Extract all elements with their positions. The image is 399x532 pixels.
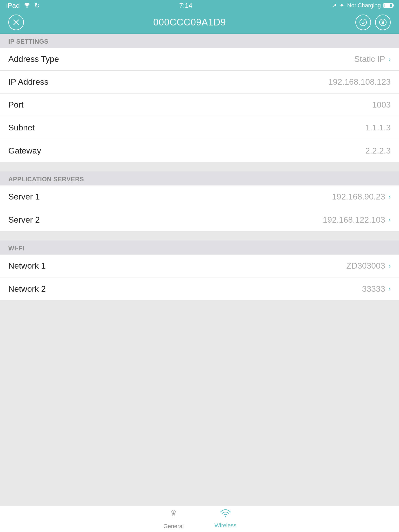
ip-settings-header: IP SETTINGS <box>0 34 399 48</box>
network-1-label: Network 1 <box>8 261 46 271</box>
subnet-label: Subnet <box>8 123 35 132</box>
server-2-row[interactable]: Server 2 192.168.122.103 › <box>0 208 399 231</box>
battery-icon <box>383 3 393 8</box>
close-button[interactable] <box>8 15 24 30</box>
tab-wireless[interactable]: Wireless <box>200 506 251 532</box>
network-2-value: 33333 › <box>362 284 391 294</box>
tab-bar: i General Wireless <box>0 506 399 532</box>
ip-settings-group: Address Type Static IP › IP Address 192.… <box>0 48 399 162</box>
general-tab-label: General <box>163 523 184 530</box>
wifi-status-icon <box>23 2 31 10</box>
ip-address-value: 192.168.108.123 <box>328 77 391 87</box>
port-row: Port 1003 <box>0 94 399 116</box>
device-label: iPad <box>6 2 20 10</box>
wifi-group: Network 1 ZD303003 › Network 2 33333 › <box>0 255 399 300</box>
network-2-chevron: › <box>388 285 391 293</box>
wifi-header: WI-FI <box>0 241 399 255</box>
gap-2 <box>0 231 399 241</box>
port-label: Port <box>8 100 24 110</box>
server-1-label: Server 1 <box>8 192 40 202</box>
subnet-value: 1.1.1.3 <box>365 123 391 132</box>
status-left: iPad ↻ <box>6 2 40 10</box>
svg-text:i: i <box>173 510 174 514</box>
tab-general[interactable]: i General <box>148 506 200 532</box>
location-icon: ↗ <box>331 2 337 9</box>
server-2-chevron: › <box>388 216 391 224</box>
server-2-value: 192.168.122.103 › <box>323 215 391 225</box>
main-content: IP SETTINGS Address Type Static IP › IP … <box>0 34 399 532</box>
server-1-value: 192.168.90.23 › <box>332 192 391 202</box>
server-1-row[interactable]: Server 1 192.168.90.23 › <box>0 185 399 208</box>
nav-actions <box>355 15 391 30</box>
gateway-value: 2.2.2.3 <box>365 146 391 156</box>
subnet-row: Subnet 1.1.1.3 <box>0 116 399 139</box>
address-type-chevron: › <box>388 55 391 63</box>
gateway-label: Gateway <box>8 146 41 156</box>
ip-address-label: IP Address <box>8 77 48 87</box>
general-tab-icon: i <box>169 509 178 521</box>
network-2-row[interactable]: Network 2 33333 › <box>0 277 399 300</box>
status-bar: iPad ↻ 7:14 ↗ ✦ Not Charging <box>0 0 399 11</box>
network-2-label: Network 2 <box>8 284 46 294</box>
server-2-label: Server 2 <box>8 215 40 225</box>
address-type-label: Address Type <box>8 54 59 64</box>
nav-bar: 000CCC09A1D9 <box>0 11 399 34</box>
wrench-button[interactable] <box>375 15 391 30</box>
svg-point-9 <box>225 516 226 517</box>
status-time: 7:14 <box>179 2 192 10</box>
port-value: 1003 <box>372 100 391 110</box>
gateway-row: Gateway 2.2.2.3 <box>0 139 399 162</box>
ip-address-row: IP Address 192.168.108.123 <box>0 71 399 94</box>
gap-1 <box>0 162 399 171</box>
wireless-tab-label: Wireless <box>215 522 236 529</box>
network-1-value: ZD303003 › <box>346 261 391 271</box>
wireless-tab-icon <box>220 509 231 521</box>
nav-title: 000CCC09A1D9 <box>153 17 226 28</box>
refresh-icon: ↻ <box>34 2 40 10</box>
network-1-chevron: › <box>388 262 391 270</box>
server-1-chevron: › <box>388 193 391 201</box>
app-servers-header: APPLICATION SERVERS <box>0 171 399 185</box>
network-1-row[interactable]: Network 1 ZD303003 › <box>0 255 399 277</box>
svg-point-0 <box>26 6 28 8</box>
address-type-row[interactable]: Address Type Static IP › <box>0 48 399 71</box>
status-right: ↗ ✦ Not Charging <box>331 2 393 9</box>
svg-point-6 <box>382 22 383 23</box>
not-charging-label: Not Charging <box>347 2 381 9</box>
app-servers-group: Server 1 192.168.90.23 › Server 2 192.16… <box>0 185 399 231</box>
bluetooth-icon: ✦ <box>339 2 344 9</box>
download-button[interactable] <box>355 15 371 30</box>
address-type-value: Static IP › <box>354 54 391 64</box>
